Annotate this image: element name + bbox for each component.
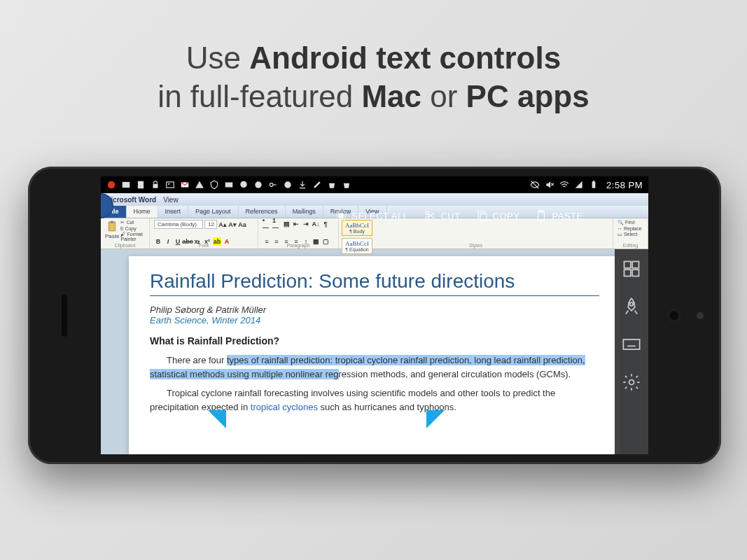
ribbon-tab-mailings[interactable]: Mailings	[286, 206, 323, 218]
svg-point-8	[255, 181, 261, 188]
cut-button[interactable]: CUT	[424, 209, 460, 222]
svg-rect-14	[592, 181, 596, 188]
shield-icon	[209, 180, 219, 190]
mail-icon	[224, 180, 234, 190]
phone-camera	[668, 309, 680, 322]
svg-point-9	[270, 183, 273, 187]
notification-icon	[136, 180, 146, 190]
mute-icon	[545, 180, 554, 190]
download-icon	[298, 180, 307, 190]
shop-icon	[342, 180, 351, 190]
pencil-icon	[312, 180, 322, 190]
svg-rect-21	[339, 214, 343, 218]
multilevel-button[interactable]: ▤	[282, 220, 291, 228]
font-size-select[interactable]: 12	[204, 220, 217, 229]
windows-button[interactable]	[622, 259, 641, 279]
notification-icon	[121, 180, 131, 190]
ribbon-group-clipboard: Paste ✂ Cut ⎘ Copy 🖌 Format Painter Clip…	[101, 218, 150, 248]
svg-point-38	[629, 380, 634, 385]
document-paragraph: There are four types of rainfall predict…	[150, 354, 599, 381]
gmail-icon	[180, 180, 190, 190]
keyboard-button[interactable]	[622, 335, 641, 354]
svg-point-5	[168, 183, 169, 185]
notification-icon	[106, 180, 116, 190]
select-all-button[interactable]: SELECT ALL	[335, 209, 408, 222]
decrease-indent-button[interactable]: ⇤	[292, 220, 300, 228]
svg-point-7	[240, 181, 246, 188]
document-viewport[interactable]: Rainfall Prediction: Some future directi…	[101, 249, 648, 454]
select-all-icon	[335, 209, 347, 222]
svg-rect-2	[138, 181, 144, 189]
document-paragraph: Tropical cyclone rainfall forecasting in…	[150, 386, 599, 414]
cut-button[interactable]: ✂ Cut	[120, 220, 145, 225]
font-family-select[interactable]: Cambria (Body)	[154, 220, 203, 229]
ribbon-group-font: Cambria (Body) 12 A▴ A▾ Aa B I U abc x₂ …	[150, 218, 258, 248]
svg-point-0	[108, 181, 116, 189]
svg-rect-32	[623, 340, 639, 349]
svg-rect-1	[123, 182, 130, 188]
copy-button[interactable]: ⎘ Copy	[120, 226, 145, 231]
paste-button[interactable]: PASTE	[535, 209, 582, 222]
document-page: Rainfall Prediction: Some future directi…	[129, 256, 620, 454]
hangouts-icon	[239, 180, 249, 190]
bullets-button[interactable]: •—	[263, 220, 271, 228]
settings-button[interactable]	[622, 372, 641, 392]
svg-rect-28	[632, 262, 638, 268]
scissors-icon	[424, 209, 436, 222]
battery-icon	[589, 180, 599, 190]
shop-icon	[327, 180, 337, 190]
lock-icon	[151, 180, 160, 190]
select-button[interactable]: ▭ Select	[617, 232, 643, 237]
ribbon-tab-page-layout[interactable]: Page Layout	[188, 206, 239, 218]
paste-button[interactable]: Paste	[105, 220, 119, 239]
svg-rect-6	[225, 183, 233, 188]
key-icon	[268, 180, 278, 190]
grow-font-button[interactable]: A▴	[218, 220, 227, 229]
phone-speaker	[62, 295, 67, 337]
change-case-button[interactable]: Aa	[238, 220, 246, 229]
svg-point-10	[284, 181, 291, 188]
svg-rect-3	[153, 184, 158, 188]
text-selection-toolbar: SELECT ALL CUT COPY PASTE	[325, 206, 648, 225]
document-title: Rainfall Prediction: Some future directi…	[150, 270, 599, 296]
warning-icon	[195, 180, 204, 190]
ribbon-tab-home[interactable]: Home	[127, 206, 158, 218]
phone-frame: 2:58 PM Microsoft Word View File Home In…	[28, 167, 721, 464]
document-journal: Earth Science, Winter 2014	[150, 315, 599, 326]
phone-screen: 2:58 PM Microsoft Word View File Home In…	[101, 176, 648, 454]
svg-rect-29	[624, 270, 631, 276]
status-clock: 2:58 PM	[606, 180, 643, 190]
remote-side-toolbar	[615, 249, 648, 454]
svg-point-31	[630, 302, 634, 306]
svg-rect-27	[624, 262, 631, 268]
svg-rect-24	[480, 214, 487, 221]
svg-rect-30	[632, 270, 638, 276]
document-authors: Philip Søborg & Patrik Müller	[150, 304, 599, 315]
svg-rect-15	[593, 181, 594, 181]
notification-icon	[283, 180, 293, 190]
copy-icon	[476, 209, 489, 222]
increase-indent-button[interactable]: ⇥	[302, 220, 310, 228]
shrink-font-button[interactable]: A▾	[228, 220, 237, 229]
rocket-button[interactable]	[622, 297, 641, 316]
copy-button[interactable]: COPY	[476, 209, 520, 222]
wifi-icon	[559, 180, 569, 190]
svg-rect-16	[109, 222, 116, 231]
format-painter-button[interactable]: 🖌 Format Painter	[120, 232, 145, 241]
svg-rect-17	[111, 221, 114, 223]
sort-button[interactable]: A↓	[312, 220, 320, 228]
ribbon-tab-references[interactable]: References	[239, 206, 286, 218]
document-heading: What is Rainfall Prediction?	[150, 335, 599, 346]
phone-sensor	[697, 312, 704, 319]
numbering-button[interactable]: 1—	[272, 220, 281, 228]
ribbon-tab-file[interactable]: File	[101, 206, 127, 218]
ribbon-tab-insert[interactable]: Insert	[158, 206, 189, 218]
app-title-bar: Microsoft Word View	[101, 193, 648, 206]
clipboard-icon	[535, 209, 547, 222]
svg-rect-4	[167, 182, 174, 188]
image-icon	[165, 180, 175, 190]
replace-button[interactable]: ↔ Replace	[617, 226, 643, 231]
notification-icon	[253, 180, 263, 190]
promo-headline: Use Android text controls in full-featur…	[0, 0, 747, 115]
selection-handle-end[interactable]	[426, 410, 445, 428]
